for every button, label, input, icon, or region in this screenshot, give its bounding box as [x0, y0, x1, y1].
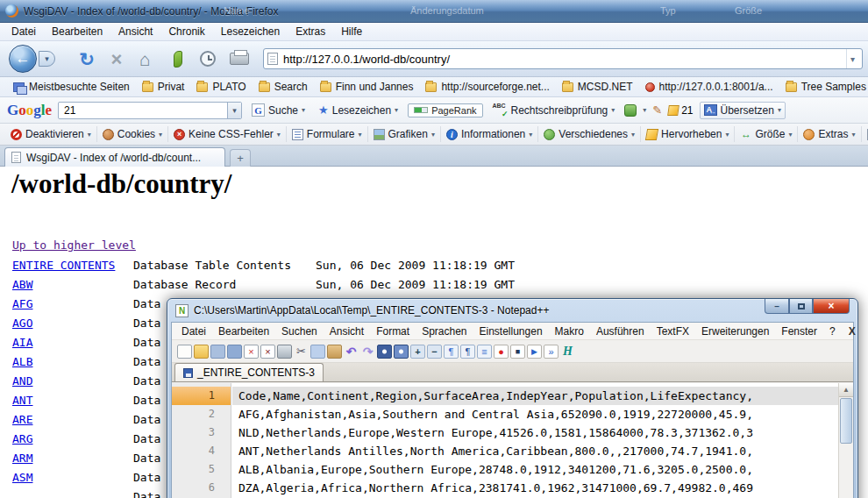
code-area[interactable]: Code,Name,Continent,Region,SurfaceArea,I…	[232, 383, 838, 498]
url-bar[interactable]: http://127.0.0.1/world-db/country/ ▾	[263, 48, 863, 69]
menu-item[interactable]: Bearbeiten	[44, 24, 110, 39]
webdev-menu-item[interactable]: Größe ▾	[735, 126, 798, 142]
toolbar-icon[interactable]	[394, 345, 409, 359]
up-link[interactable]: Up to higher level	[12, 238, 136, 252]
notepad-menu-item[interactable]: Datei	[175, 324, 212, 339]
notepad-menu-item[interactable]: Ausführen	[590, 324, 651, 339]
toolbar-icon[interactable]	[560, 345, 575, 359]
toolbar-icon[interactable]	[544, 345, 559, 359]
webdev-menu-item[interactable]: Hervorheben ▾	[641, 126, 735, 142]
notepad-menu-item[interactable]: Bearbeiten	[212, 324, 275, 339]
toolbar-icon[interactable]	[377, 345, 392, 359]
listing-name-link[interactable]: ANT	[12, 391, 32, 410]
listing-name-link[interactable]: AIA	[12, 333, 32, 352]
bookmark-item[interactable]: http://127.0.0.1:8001/a...	[639, 79, 779, 95]
close-document-x[interactable]: X	[842, 325, 863, 338]
edit-pencil-icon[interactable]: ✎	[652, 103, 662, 117]
webdev-menu-item[interactable]: Deaktivieren ▾	[5, 126, 97, 142]
webdev-menu-item[interactable]: Cookies ▾	[97, 126, 168, 142]
notepad-menu-item[interactable]: Sprachen	[416, 324, 473, 339]
listing-name-link[interactable]: ALB	[12, 352, 32, 372]
toolbar-icon[interactable]	[177, 345, 192, 359]
bookmark-item[interactable]: Tree Samples	[779, 79, 868, 95]
menu-item[interactable]: Ansicht	[110, 24, 160, 39]
toolbar-icon[interactable]	[227, 345, 242, 359]
toolbar-icon[interactable]	[460, 345, 475, 359]
pagerank-indicator[interactable]: PageRank	[408, 103, 482, 117]
maximize-button[interactable]	[789, 299, 813, 314]
webdev-menu-item[interactable]: Verschiedenes ▾	[538, 126, 641, 142]
listing-name-link[interactable]: ENTIRE CONTENTS	[12, 256, 115, 275]
notepad-menu-item[interactable]: Suchen	[275, 324, 324, 339]
notepad-menu-item[interactable]: Format	[370, 324, 416, 339]
google-search-value[interactable]: 21	[64, 104, 227, 117]
print-button[interactable]	[230, 53, 249, 65]
listing-name-link[interactable]: AGO	[12, 314, 32, 333]
notebook-icon[interactable]	[624, 104, 637, 117]
scroll-thumb[interactable]	[840, 398, 852, 444]
toolbar-icon[interactable]	[310, 345, 325, 359]
toolbar-icon[interactable]	[244, 345, 259, 359]
addon-leaf-icon[interactable]	[174, 51, 182, 68]
minimize-button[interactable]: –	[765, 299, 789, 314]
back-history-dropdown[interactable]	[39, 51, 55, 67]
history-clock-icon[interactable]	[200, 51, 216, 67]
toolbar-icon[interactable]	[260, 345, 275, 359]
google-search-box[interactable]: 21 ▾	[58, 102, 242, 119]
menu-item[interactable]: Lesezeichen	[213, 24, 288, 39]
notepad-menu-item[interactable]: ?	[823, 324, 842, 339]
webdev-menu-item[interactable]: Extras ▾	[798, 126, 861, 142]
toolbar-icon[interactable]	[344, 345, 359, 359]
notepad-menu-item[interactable]: Erweiterungen	[695, 324, 775, 339]
back-button[interactable]	[9, 45, 37, 73]
notepad-menu-item[interactable]: Einstellungen	[473, 324, 549, 339]
toolbar-icon[interactable]	[527, 345, 542, 359]
notepad-tab[interactable]: _ENTIRE_CONTENTS-3	[174, 363, 324, 381]
highlight-counter[interactable]: 21	[668, 104, 693, 117]
listing-name-link[interactable]: ARM	[12, 449, 32, 468]
notepad-titlebar[interactable]: C:\Users\Martin\AppData\Local\Temp\_ENTI…	[167, 299, 857, 322]
toolbar-icon[interactable]	[210, 345, 225, 359]
webdev-menu-item[interactable]: Formulare ▾	[287, 126, 368, 142]
toolbar-icon[interactable]	[194, 345, 209, 359]
webdev-menu-item[interactable]: Grafiken ▾	[368, 126, 441, 142]
notepad-menu-item[interactable]: Makro	[549, 324, 590, 339]
firefox-titlebar[interactable]: WsgiDAV - Index of /world-db/country/ - …	[0, 0, 868, 23]
toolbar-icon[interactable]	[410, 345, 425, 359]
webdev-menu-item[interactable]: Informationen ▾	[441, 126, 538, 142]
toolbar-icon[interactable]	[277, 345, 292, 359]
listing-name-link[interactable]: ARE	[12, 410, 32, 430]
listing-name-link[interactable]: AFG	[12, 295, 32, 314]
bookmark-item[interactable]: MCSD.NET	[556, 79, 639, 95]
new-tab-button[interactable]: +	[230, 149, 251, 167]
menu-item[interactable]: Datei	[4, 24, 44, 39]
webdev-menu-item[interactable]: Quelltext ▾	[862, 126, 868, 142]
url-text[interactable]: http://127.0.0.1/world-db/country/	[283, 53, 841, 66]
webdev-menu-item[interactable]: Keine CSS-Fehler ▾	[168, 126, 287, 142]
toolbar-icon[interactable]	[427, 345, 442, 359]
toolbar-icon[interactable]	[494, 345, 509, 359]
home-button[interactable]: ⌂	[133, 48, 156, 71]
translate-button[interactable]: Übersetzen ▾	[700, 102, 786, 119]
bookmark-item[interactable]: Privat	[136, 79, 191, 95]
bookmark-item[interactable]: Finn und Jannes	[314, 79, 420, 95]
listing-name-link[interactable]: AND	[12, 372, 32, 391]
toolbar-icon[interactable]	[294, 345, 309, 359]
vertical-scrollbar[interactable]: ▲	[838, 383, 853, 498]
notepad-menu-item[interactable]: TextFX	[651, 324, 695, 339]
bookmark-item[interactable]: PLATO	[190, 79, 252, 95]
listing-name-link[interactable]: ARG	[12, 430, 32, 449]
menu-item[interactable]: Hilfe	[333, 24, 370, 39]
bookmark-item[interactable]: Meistbesuchte Seiten	[7, 79, 136, 95]
toolbar-icon[interactable]	[477, 345, 492, 359]
toolbar-icon[interactable]	[360, 345, 375, 359]
google-search-dropdown[interactable]: ▾	[227, 103, 241, 118]
toolbar-icon[interactable]	[510, 345, 525, 359]
listing-name-link[interactable]: ABW	[12, 275, 32, 295]
menu-item[interactable]: Chronik	[160, 24, 212, 39]
scroll-up-arrow[interactable]: ▲	[839, 383, 853, 397]
stop-button[interactable]: ×	[105, 48, 128, 71]
tab-wsgidav[interactable]: WsgiDAV - Index of /world-db/count...	[4, 147, 225, 167]
bookmark-item[interactable]: Search	[253, 79, 314, 95]
close-button[interactable]: ×	[813, 299, 850, 314]
